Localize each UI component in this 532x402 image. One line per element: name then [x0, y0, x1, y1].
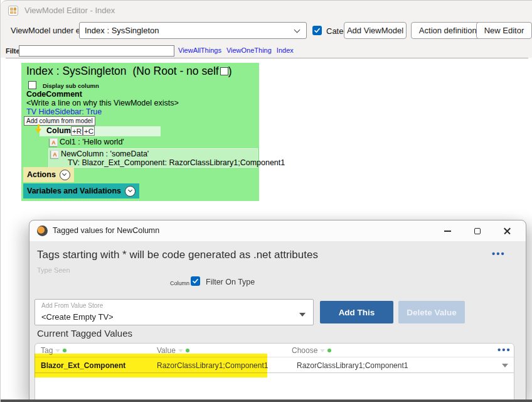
link-view-all-things[interactable]: ViewAllThings [178, 46, 221, 54]
nav-links: ViewAllThings ViewOneThing Index [178, 46, 294, 54]
chevron-down-icon [294, 27, 301, 33]
sort-icon [320, 349, 325, 352]
viewmodel-panel: Index : SysSingleton (No Root - no self … [21, 63, 259, 201]
column-header-label: Choose [292, 346, 317, 355]
app-icon [8, 6, 18, 16]
column-header-choose[interactable]: Choose [292, 346, 331, 355]
yellow-highlight [35, 354, 267, 378]
close-button[interactable] [496, 224, 518, 238]
display-sub-column-checkbox[interactable] [28, 81, 36, 89]
viewmodel-select-value: Index : SysSingleton [85, 26, 159, 35]
code-comment-text[interactable]: <Write a line on why this ViewModel exis… [26, 99, 179, 107]
check-icon [314, 27, 321, 34]
viewmodel-title: Index : SysSingleton [26, 65, 127, 78]
add-this-button[interactable]: Add This [320, 301, 393, 323]
categ-checkbox[interactable] [312, 26, 322, 35]
choose-dropdown-icon[interactable] [502, 364, 508, 367]
viewmodel-header: Index : SysSingleton (No Root - no self … [26, 65, 232, 78]
filter-on-type-checkbox[interactable] [191, 276, 200, 286]
screen: ViewModel Editor - Index ViewModel under… [0, 0, 532, 402]
code-comment-title: CodeComment [26, 90, 82, 99]
no-self-checkbox[interactable] [220, 67, 228, 75]
column-item-newcolumn[interactable]: NewColumn : 'someData' [61, 149, 149, 158]
minimize-icon [444, 231, 451, 232]
value-store-label: Add From Value Store [41, 302, 103, 309]
filter-dot-icon [327, 349, 331, 352]
column-arrow-icon [35, 124, 42, 134]
no-root-label: (No Root - no self [133, 65, 219, 78]
delete-value-button: Delete Value [398, 301, 465, 323]
column-item-col1[interactable]: Col1 : 'Hello world' [60, 138, 124, 146]
dialog-titlebar: Tagged values for NewColumn [29, 220, 526, 241]
add-viewmodel-button[interactable]: Add ViewModel [344, 22, 407, 39]
type-seen-label: Type Seen [37, 266, 70, 274]
no-root-close-paren: ) [228, 65, 232, 78]
dialog-app-icon [37, 225, 48, 236]
actions-label: Actions [27, 170, 56, 179]
chevron-down-icon [62, 171, 66, 176]
newcolumn-tagged-value[interactable]: TV: Blazor_Ext_Component: RazorClassLibr… [68, 158, 285, 167]
chevron-down-icon [128, 188, 132, 192]
viewmodel-select[interactable]: Index : SysSingleton [79, 22, 307, 39]
table-more-options-icon[interactable]: ••• [497, 344, 511, 355]
variables-label: Variables and Validations [27, 187, 121, 195]
attribute-icon: A [50, 138, 58, 146]
dialog-heading: Tags starting with * will be code genera… [37, 249, 318, 261]
tv-hide-sidebar[interactable]: TV HideSidebar: True [26, 107, 102, 116]
filter-on-type-label: Filter On Type [206, 278, 255, 286]
actions-section: Actions [23, 167, 74, 182]
column-type-label: Column [170, 280, 189, 286]
filter-dot-icon [186, 349, 189, 352]
close-icon [503, 227, 511, 236]
dialog-title: Tagged values for NewColumn [53, 226, 159, 235]
new-editor-button[interactable]: New Editor [476, 22, 532, 39]
actions-expand-button[interactable] [60, 170, 70, 180]
more-options-icon[interactable]: ••• [492, 248, 506, 259]
current-tagged-values-label: Current Tagged Values [37, 328, 132, 339]
column-item-newcolumn-box[interactable]: A NewColumn : 'someData' TV: Blazor_Ext_… [48, 148, 258, 168]
minimize-button[interactable] [437, 224, 458, 238]
variables-expand-button[interactable] [125, 186, 136, 197]
dropdown-arrow-icon [299, 313, 306, 317]
display-sub-column-label: Display sub column [43, 82, 99, 89]
sort-icon [178, 349, 183, 352]
tagged-values-dialog: Tagged values for NewColumn Tags startin… [29, 220, 526, 400]
maximize-button[interactable] [467, 224, 488, 238]
check-icon [192, 278, 199, 285]
main-window-titlebar: ViewModel Editor - Index ViewModel under… [1, 0, 532, 58]
attribute-icon: A [51, 150, 59, 158]
taskbar-edge [1, 399, 532, 402]
value-store-value: <Create Empty TV> [41, 312, 114, 322]
maximize-icon [474, 228, 481, 234]
main-window-title: ViewModel Editor - Index [24, 6, 115, 15]
variables-section: Variables and Validations [23, 183, 139, 198]
link-index[interactable]: Index [277, 46, 294, 54]
filter-dot-icon [63, 349, 66, 352]
filter-input[interactable] [19, 45, 174, 57]
add-row-button[interactable]: +R [71, 126, 83, 136]
link-view-one-thing[interactable]: ViewOneThing [226, 46, 272, 54]
value-store-select[interactable]: Add From Value Store <Create Empty TV> [35, 299, 314, 325]
cell-choose: RazorClassLibrary1;Component1 [297, 361, 408, 370]
add-col-button[interactable]: +C [83, 126, 95, 136]
sort-icon [55, 349, 60, 352]
